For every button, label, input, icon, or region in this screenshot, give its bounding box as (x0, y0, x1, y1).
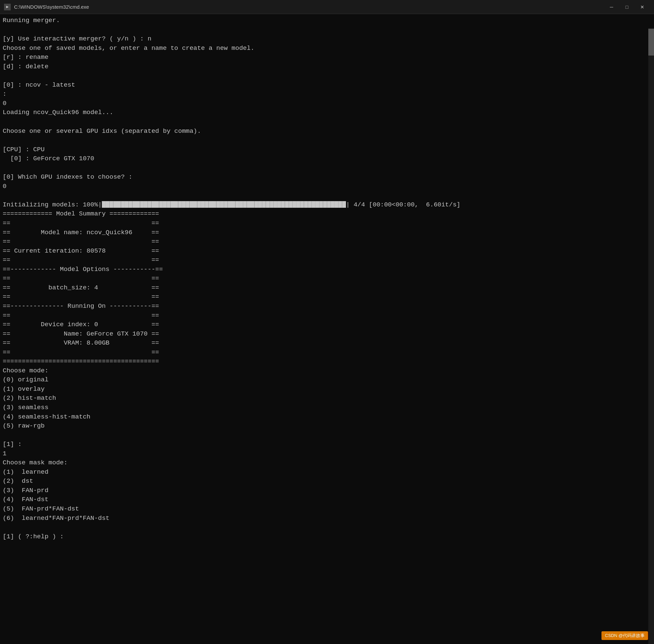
cmd-icon-symbol: ▶ (6, 4, 8, 9)
cmd-icon: ▶ (4, 4, 11, 10)
window-controls: ─ □ ✕ (604, 0, 650, 14)
title-bar-left: ▶ C:\WINDOWS\system32\cmd.exe (4, 4, 89, 10)
scrollbar-thumb[interactable] (648, 29, 654, 55)
minimize-button[interactable]: ─ (604, 0, 619, 14)
terminal-output[interactable]: Running merger. [y] Use interactive merg… (0, 14, 654, 644)
window-title: C:\WINDOWS\system32\cmd.exe (14, 4, 89, 10)
close-button[interactable]: ✕ (635, 0, 650, 14)
scrollbar-track[interactable] (648, 28, 654, 644)
content-wrapper: Running merger. [y] Use interactive merg… (0, 14, 654, 644)
maximize-button[interactable]: □ (619, 0, 635, 14)
title-bar: ▶ C:\WINDOWS\system32\cmd.exe ─ □ ✕ (0, 0, 654, 14)
watermark: CSDN @代码讲故事 (602, 631, 648, 640)
window: ▶ C:\WINDOWS\system32\cmd.exe ─ □ ✕ Runn… (0, 0, 654, 644)
